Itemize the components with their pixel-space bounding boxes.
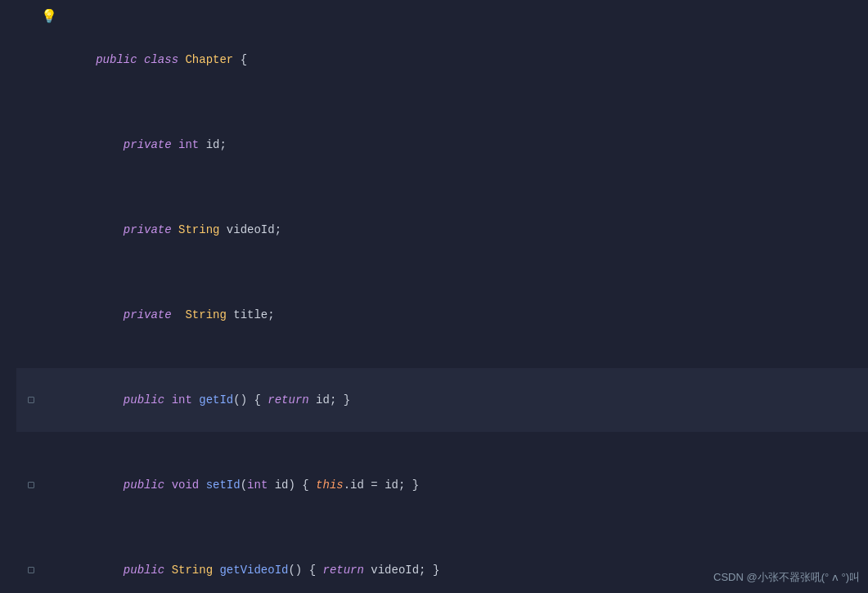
line-field-id: private int id; bbox=[16, 113, 868, 177]
line-empty-5 bbox=[16, 432, 868, 453]
gutter-dot bbox=[28, 482, 34, 488]
code-editor: 💡 public class Chapter { private int id; bbox=[0, 0, 868, 593]
keyword-public: public bbox=[96, 53, 144, 66]
line-indicator bbox=[25, 567, 38, 573]
line-bulb: 💡 bbox=[16, 7, 868, 28]
line-empty-6 bbox=[16, 517, 868, 538]
brace: { bbox=[233, 53, 247, 66]
keyword-private: private bbox=[124, 138, 178, 151]
field-id: id; bbox=[206, 138, 227, 151]
line-field-title: private String title; bbox=[16, 283, 868, 347]
line-field-videoid: private String videoId; bbox=[16, 198, 868, 262]
line-setid: public void setId(int id) { this.id = id… bbox=[16, 453, 868, 517]
code-content: 💡 public class Chapter { private int id; bbox=[0, 0, 868, 593]
line-empty-2 bbox=[16, 177, 868, 198]
code-line-text: public class Chapter { bbox=[41, 28, 868, 92]
line-empty-4 bbox=[16, 347, 868, 368]
line-indicator bbox=[25, 397, 38, 403]
line-empty-3 bbox=[16, 262, 868, 283]
bulb-icon: 💡 bbox=[41, 7, 57, 28]
line-indicator bbox=[25, 482, 38, 488]
line-getid: public int getId() { return id; } bbox=[16, 368, 868, 432]
code-line-text: private int id; bbox=[41, 113, 868, 177]
code-line-text: public void setId(int id) { this.id = id… bbox=[41, 453, 868, 517]
watermark: CSDN @小张不器张吼(° ʌ °)叫 bbox=[713, 570, 860, 585]
code-line-text: private String videoId; bbox=[41, 198, 868, 262]
class-name: Chapter bbox=[185, 53, 233, 66]
code-line-text: private String title; bbox=[41, 283, 868, 347]
gutter-dot bbox=[28, 567, 34, 573]
line-class-decl: public class Chapter { bbox=[16, 28, 868, 92]
line-empty-1 bbox=[16, 92, 868, 113]
keyword-class: class bbox=[144, 53, 185, 66]
code-line-text: public int getId() { return id; } bbox=[41, 368, 868, 432]
type-int: int bbox=[178, 138, 206, 151]
gutter-dot bbox=[28, 397, 34, 403]
